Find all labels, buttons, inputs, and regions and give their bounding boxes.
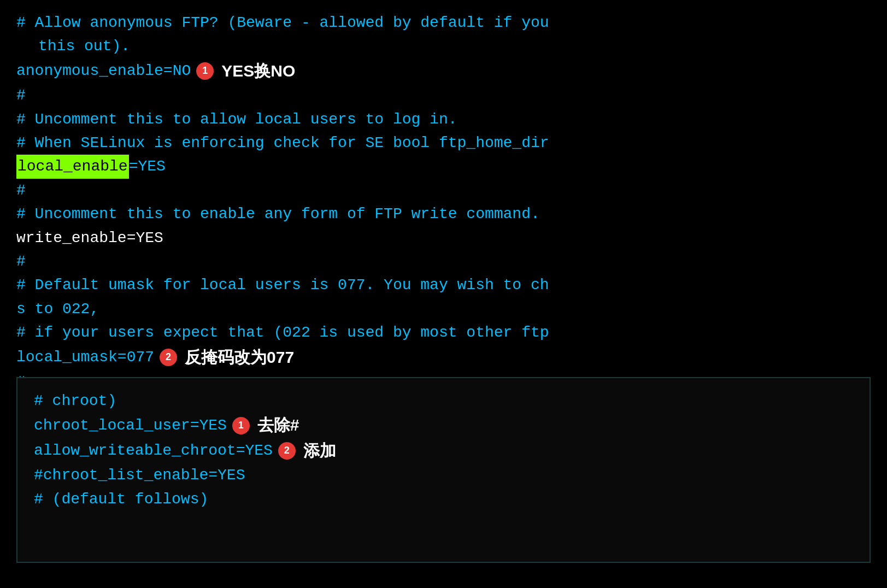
code-line-9: # Uncomment this to enable any form of F…: [16, 202, 871, 226]
code-text: # When SELinux is enforcing check for SE…: [16, 131, 549, 155]
code-text: s to 022,: [16, 297, 99, 321]
local-enable-highlight: local_enable: [16, 155, 129, 178]
b-code-text: # (default follows): [34, 487, 208, 511]
annotation-yes-no: YES换NO: [221, 58, 295, 84]
badge-1-top: 1: [196, 62, 214, 80]
code-text: # Uncomment this to enable any form of F…: [16, 202, 540, 226]
top-code-panel: # Allow anonymous FTP? (Beware - allowed…: [0, 0, 887, 377]
local-enable-value: =YES: [129, 155, 166, 178]
code-line-8: #: [16, 179, 871, 202]
code-line-6: # When SELinux is enforcing check for SE…: [16, 131, 871, 155]
hash-2: #: [16, 179, 26, 202]
code-line-12: # Default umask for local users is 077. …: [16, 273, 871, 297]
badge-2-bottom: 2: [278, 442, 296, 460]
code-line-15: local_umask=077 2 反掩码改为077: [16, 345, 871, 371]
code-line-14: # if your users expect that (022 is used…: [16, 321, 871, 344]
b-code-line-1: # chroot): [34, 389, 853, 413]
annotation-remove-hash: 去除#: [257, 413, 299, 438]
code-text: # Allow anonymous FTP? (Beware - allowed…: [16, 11, 549, 34]
code-text: # if your users expect that (022 is used…: [16, 321, 549, 344]
code-line-7: local_enable=YES: [16, 155, 871, 178]
write-enable-setting: write_enable=YES: [16, 226, 163, 250]
code-line-10: write_enable=YES: [16, 226, 871, 250]
badge-2-top: 2: [160, 349, 177, 366]
annotation-add: 添加: [303, 438, 336, 464]
chroot-local-user-setting: chroot_local_user=YES: [34, 414, 227, 437]
b-code-line-3: allow_writeable_chroot=YES 2 添加: [34, 438, 853, 464]
bottom-code-panel: # chroot) chroot_local_user=YES 1 去除# al…: [16, 377, 871, 563]
code-line-3: anonymous_enable=NO 1 YES换NO: [16, 58, 871, 84]
code-line-13: s to 022,: [16, 297, 871, 321]
hash-3: #: [16, 250, 26, 273]
b-code-line-5: # (default follows): [34, 487, 853, 511]
b-code-text: #chroot_list_enable=YES: [34, 463, 245, 487]
code-text: # Uncomment this to allow local users to…: [16, 108, 457, 131]
anonymous-enable-setting: anonymous_enable=NO: [16, 59, 191, 83]
b-code-text: # chroot): [34, 389, 116, 413]
code-text: this out).: [16, 34, 130, 58]
code-line-4: #: [16, 84, 871, 107]
hash-4: #: [16, 370, 26, 377]
code-line-11: #: [16, 250, 871, 273]
badge-1-bottom: 1: [232, 417, 250, 434]
code-line-16: #: [16, 370, 871, 377]
allow-writeable-setting: allow_writeable_chroot=YES: [34, 439, 273, 462]
code-text: # Default umask for local users is 077. …: [16, 273, 549, 297]
b-code-line-2: chroot_local_user=YES 1 去除#: [34, 413, 853, 438]
code-line-2: this out).: [16, 34, 871, 58]
local-umask-setting: local_umask=077: [16, 345, 154, 369]
code-line-5: # Uncomment this to allow local users to…: [16, 108, 871, 131]
code-line-1: # Allow anonymous FTP? (Beware - allowed…: [16, 11, 871, 34]
b-code-line-4: #chroot_list_enable=YES: [34, 463, 853, 487]
annotation-umask: 反掩码改为077: [185, 345, 294, 371]
hash-1: #: [16, 84, 26, 107]
